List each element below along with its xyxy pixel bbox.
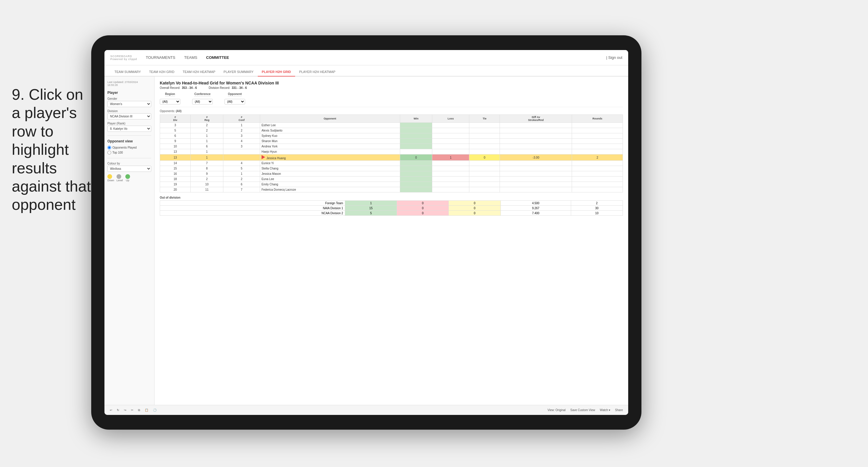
col-win: Win xyxy=(400,115,432,123)
table-row[interactable]: 6 1 3 Sydney Kuo xyxy=(160,133,623,138)
filter-region: Region (All) xyxy=(160,92,180,104)
main-content: Last Updated: 27/03/2024 16:55:28 Player… xyxy=(104,76,628,405)
table-row[interactable]: 10 6 3 Andrea York xyxy=(160,144,623,149)
sub-nav-team-summary[interactable]: TEAM SUMMARY xyxy=(110,68,145,76)
sub-nav-player-summary[interactable]: PLAYER SUMMARY xyxy=(219,68,258,76)
sidebar-gender-select[interactable]: Women's Men's xyxy=(107,101,151,107)
filter-opponent: Opponent (All) xyxy=(224,92,245,104)
table-row[interactable]: 20 11 7 Federica Domecq Lacroze xyxy=(160,187,623,192)
nav-links: TOURNAMENTS TEAMS COMMITTEE xyxy=(146,54,607,61)
sidebar-colour-by-select[interactable]: Win/loss xyxy=(107,166,151,172)
sub-nav-team-h2h-heatmap[interactable]: TEAM H2H HEATMAP xyxy=(179,68,219,76)
player-h2h-table: #Div #Reg #Conf Opponent Win Loss Tie Di… xyxy=(160,115,623,192)
colour-down xyxy=(107,174,112,179)
table-row[interactable]: 5 2 2 Alexis Sudjianto xyxy=(160,128,623,133)
table-row[interactable]: 3 2 1 Esther Lee xyxy=(160,123,623,128)
sidebar: Last Updated: 27/03/2024 16:55:28 Player… xyxy=(104,76,154,405)
col-tie: Tie xyxy=(469,115,500,123)
col-loss: Loss xyxy=(432,115,469,123)
filter-region-select[interactable]: (All) xyxy=(160,99,180,104)
filters-wrapper: Region (All) Conference (All) Opponent xyxy=(160,92,623,107)
logo: SCOREBOARD Powered by clippd xyxy=(110,55,137,61)
data-title: Katelyn Vo Head-to-Head Grid for Women's… xyxy=(160,81,623,85)
filter-opponent-select[interactable]: (All) xyxy=(224,99,245,104)
sidebar-timestamp: Last Updated: 27/03/2024 16:55:28 xyxy=(107,81,151,87)
annotation-text: 9. Click on a player's row to highlight … xyxy=(12,85,91,214)
nav-teams[interactable]: TEAMS xyxy=(184,54,197,61)
sub-nav: TEAM SUMMARY TEAM H2H GRID TEAM H2H HEAT… xyxy=(104,65,628,76)
arrow-indicator xyxy=(261,155,265,159)
table-row[interactable]: 19 10 6 Emily Chang xyxy=(160,182,623,187)
sub-nav-team-h2h-grid[interactable]: TEAM H2H GRID xyxy=(145,68,179,76)
toolbar-redo[interactable]: ↪ xyxy=(123,408,127,412)
sign-out[interactable]: | Sign out xyxy=(606,55,622,60)
table-row[interactable]: 9 1 4 Sharon Mun xyxy=(160,138,623,144)
ood-row[interactable]: NCAA Division 2 5 0 0 7.400 10 xyxy=(160,211,623,216)
ood-row[interactable]: NAIA Division 1 15 0 0 9.267 30 xyxy=(160,206,623,211)
toolbar-paste[interactable]: 📋 xyxy=(144,408,150,412)
data-records: Overall Record: 353 - 34 - 6 Division Re… xyxy=(160,86,623,89)
table-row[interactable]: 13 1 Haejo Hyun xyxy=(160,149,623,155)
table-row[interactable]: 18 2 2 Euna Lee xyxy=(160,177,623,182)
out-of-division-label: Out of division xyxy=(160,196,623,199)
col-opponent: Opponent xyxy=(260,115,400,123)
sub-nav-player-h2h-heatmap[interactable]: PLAYER H2H HEATMAP xyxy=(295,68,340,76)
table-row[interactable]: 16 9 1 Jessica Mason xyxy=(160,171,623,177)
data-area: Katelyn Vo Head-to-Head Grid for Women's… xyxy=(154,76,628,405)
toolbar-cut[interactable]: ✂ xyxy=(130,408,134,412)
col-reg: #Reg xyxy=(190,115,223,123)
tablet-frame: SCOREBOARD Powered by clippd TOURNAMENTS… xyxy=(91,35,642,430)
toolbar-clock[interactable]: 🕐 xyxy=(152,408,158,412)
toolbar-redo2[interactable]: ↻ xyxy=(116,408,120,412)
sidebar-colour-legend: Down Level Up xyxy=(107,174,151,182)
sidebar-radio-top100[interactable]: Top 100 xyxy=(107,151,151,155)
tablet-screen: SCOREBOARD Powered by clippd TOURNAMENTS… xyxy=(104,50,628,415)
colour-up xyxy=(125,174,130,179)
sidebar-division-select[interactable]: NCAA Division III xyxy=(107,113,151,120)
sidebar-player-select[interactable]: 8. Katelyn Vo xyxy=(107,126,151,132)
nav-bar: SCOREBOARD Powered by clippd TOURNAMENTS… xyxy=(104,50,628,65)
sidebar-player-label: Player (Rank) xyxy=(107,122,151,125)
toolbar-undo[interactable]: ↩ xyxy=(108,408,113,412)
sidebar-gender-label: Gender xyxy=(107,97,151,100)
sidebar-division-label: Division xyxy=(107,110,151,113)
ood-row[interactable]: Foreign Team 1 0 0 4.500 2 xyxy=(160,201,623,206)
col-div: #Div xyxy=(160,115,191,123)
toolbar-share[interactable]: Share xyxy=(614,408,624,412)
toolbar-copy[interactable]: ⧉ xyxy=(137,408,141,412)
col-conf: #Conf xyxy=(223,115,260,123)
sidebar-player-section: Player xyxy=(107,91,151,95)
overall-record: Overall Record: 353 - 34 - 6 xyxy=(160,86,197,89)
toolbar-view-original[interactable]: View: Original xyxy=(547,408,567,412)
opponents-label: Opponents: (All) xyxy=(160,110,623,113)
bottom-toolbar: ↩ ↻ ↪ ✂ ⧉ 📋 🕐 View: Original Save Custom… xyxy=(104,405,628,415)
sidebar-colour-by-label: Colour by xyxy=(107,162,151,165)
col-rounds: Rounds xyxy=(572,115,623,123)
sidebar-radio-group: Opponents Played Top 100 xyxy=(107,146,151,155)
nav-committee[interactable]: COMMITTEE xyxy=(206,54,229,61)
filter-conference: Conference (All) xyxy=(192,92,213,104)
colour-level xyxy=(117,174,121,179)
table-row-selected[interactable]: 13 1 Jessica Huang 0 1 0 -3.00 2 xyxy=(160,155,623,161)
filter-conference-select[interactable]: (All) xyxy=(192,99,213,104)
sidebar-radio-opponents-played[interactable]: Opponents Played xyxy=(107,146,151,150)
table-row[interactable]: 15 8 5 Stella Chang xyxy=(160,166,623,171)
toolbar-save-custom[interactable]: Save Custom View xyxy=(569,408,596,412)
col-diff: Diff AvStrokes/Rnd xyxy=(500,115,572,123)
nav-tournaments[interactable]: TOURNAMENTS xyxy=(146,54,175,61)
table-row[interactable]: 14 7 4 Eunice Yi xyxy=(160,161,623,166)
ood-table: Foreign Team 1 0 0 4.500 2 NAIA Division… xyxy=(160,200,623,216)
division-record: Division Record: 331 - 34 - 6 xyxy=(209,86,247,89)
toolbar-watch[interactable]: Watch ▾ xyxy=(599,408,612,412)
sidebar-opponent-view-label: Opponent view xyxy=(107,139,151,143)
sub-nav-player-h2h-grid[interactable]: PLAYER H2H GRID xyxy=(258,68,295,76)
